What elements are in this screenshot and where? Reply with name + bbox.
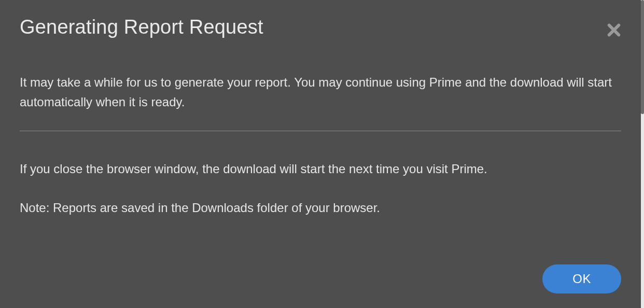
scrollbar-track[interactable] [641,0,644,308]
modal-body: It may take a while for us to generate y… [20,73,621,218]
modal-footer: OK [20,264,621,293]
ok-button[interactable]: OK [542,264,621,293]
scrollbar-thumb[interactable] [641,0,644,114]
modal-overlay: Generating Report Request It may take a … [0,0,641,308]
modal-title: Generating Report Request [20,16,263,39]
modal-message-main: It may take a while for us to generate y… [20,73,621,113]
report-request-modal: Generating Report Request It may take a … [0,0,641,308]
divider [20,131,621,131]
modal-message-close-info: If you close the browser window, the dow… [20,159,621,179]
modal-message-note: Note: Reports are saved in the Downloads… [20,198,621,218]
close-icon[interactable] [607,23,621,37]
modal-header: Generating Report Request [20,16,621,39]
